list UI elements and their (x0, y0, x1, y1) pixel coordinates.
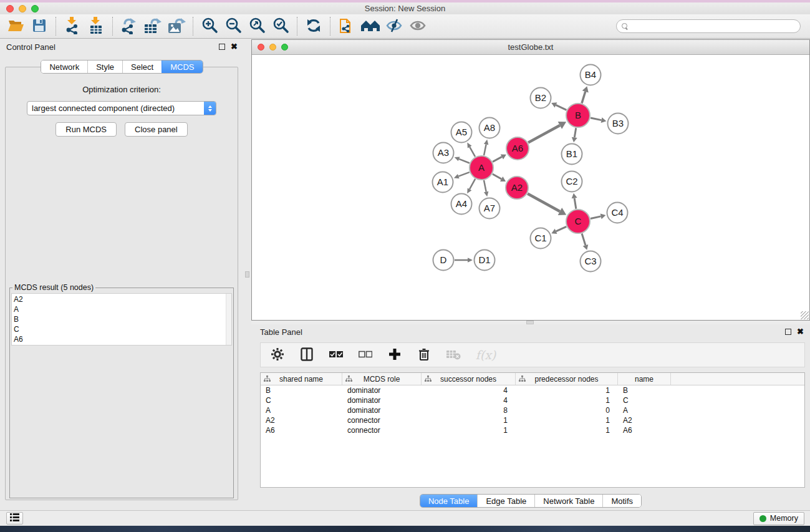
graph-node-A5[interactable]: A5 (451, 122, 472, 143)
table-cell[interactable]: 1 (516, 385, 618, 395)
export-table-button[interactable] (141, 16, 165, 36)
optimization-criterion-select[interactable]: largest connected component (directed) (27, 101, 216, 115)
graph-node-C[interactable]: C (566, 210, 590, 233)
graph-edge-A-A1[interactable] (454, 172, 470, 178)
table-cell[interactable]: 1 (516, 395, 618, 405)
table-cell[interactable]: 4 (422, 385, 516, 395)
graph-edge-D-D1[interactable] (455, 258, 473, 263)
table-cell[interactable]: A2 (261, 415, 342, 425)
graph-node-C3[interactable]: C3 (581, 251, 601, 272)
graph-node-A[interactable]: A (470, 156, 493, 180)
column-header-name[interactable]: name (618, 373, 671, 385)
graph-edge-A2-C[interactable] (528, 193, 566, 215)
graph-edge-C-C3[interactable] (582, 234, 588, 250)
close-panel-icon[interactable]: ✖ (231, 44, 238, 50)
memory-button[interactable]: Memory (753, 512, 804, 525)
table-cell[interactable]: B (261, 385, 342, 395)
table-cell[interactable]: dominator (342, 395, 422, 405)
graph-node-C2[interactable]: C2 (562, 172, 582, 192)
zoom-in-button[interactable] (198, 16, 221, 36)
graph-node-A1[interactable]: A1 (433, 172, 453, 193)
table-cell[interactable]: 1 (422, 425, 516, 435)
import-table-button[interactable] (84, 16, 108, 36)
graph-edge-A-A2[interactable] (493, 174, 506, 181)
graph-node-A2[interactable]: A2 (506, 177, 528, 199)
network-window-titlebar[interactable]: testGlobe.txt (252, 40, 809, 55)
table-row[interactable]: Cdominator41C (261, 395, 804, 405)
graph-edge-A-A5[interactable] (467, 143, 475, 157)
table-cell[interactable]: dominator (342, 405, 422, 415)
show-log-button[interactable] (6, 512, 23, 525)
column-header-shared-name[interactable]: shared name (261, 373, 342, 385)
delete-table-button[interactable] (445, 345, 461, 365)
graph-edge-A-A7[interactable] (484, 180, 488, 196)
table-cell[interactable]: A6 (618, 425, 671, 435)
graph-edge-A-A8[interactable] (484, 140, 488, 155)
tab-network[interactable]: Network (41, 60, 87, 73)
window-titlebar[interactable]: Session: New Session (0, 2, 810, 14)
table-cell[interactable]: C (618, 395, 671, 405)
table-row[interactable]: A6connector11A6 (261, 425, 804, 435)
close-panel-icon[interactable]: ✖ (797, 329, 804, 335)
tab-edge-table[interactable]: Edge Table (477, 495, 534, 507)
table-cell[interactable]: dominator (342, 385, 422, 395)
mcds-result-list[interactable]: A2ABCA6 (11, 293, 232, 346)
export-image-button[interactable] (165, 16, 188, 36)
create-column-button[interactable] (387, 345, 403, 365)
save-session-button[interactable] (27, 16, 51, 36)
mcds-result-item[interactable]: A6 (14, 334, 229, 344)
table-settings-button[interactable] (269, 345, 286, 365)
graph-edge-B-B3[interactable] (591, 117, 606, 123)
hide-graphics-details-button[interactable] (382, 16, 406, 36)
column-header-mcds-role[interactable]: MCDS role (342, 373, 422, 385)
graph-node-A3[interactable]: A3 (433, 143, 454, 163)
delete-column-button[interactable] (416, 345, 432, 365)
network-graph[interactable]: AA1A2A3A4A5A6A7A8BB1B2B3B4CC1C2C3C4DD1 (252, 55, 809, 320)
table-cell[interactable]: A6 (261, 425, 342, 435)
graph-node-A6[interactable]: A6 (506, 137, 529, 160)
apply-layout-button[interactable] (302, 16, 325, 36)
graph-node-D1[interactable]: D1 (475, 250, 495, 271)
mcds-result-item[interactable]: A (14, 304, 229, 314)
zoom-out-button[interactable] (221, 16, 245, 36)
column-view-button[interactable] (299, 345, 315, 365)
function-builder-button[interactable]: f(x) (475, 345, 497, 365)
table-cell[interactable]: connector (342, 415, 422, 425)
tab-mcds[interactable]: MCDS (162, 60, 202, 73)
graph-node-D[interactable]: D (433, 250, 454, 271)
mcds-result-item[interactable]: B (14, 314, 229, 324)
table-cell[interactable]: A2 (618, 415, 671, 425)
new-network-from-selection-button[interactable] (335, 16, 359, 36)
search-input[interactable] (632, 22, 795, 31)
graph-edge-B-B4[interactable] (582, 86, 589, 103)
graph-edge-C-C2[interactable] (572, 193, 577, 209)
graph-edge-A-A4[interactable] (467, 179, 475, 193)
graph-node-B2[interactable]: B2 (531, 88, 551, 109)
graph-node-A7[interactable]: A7 (480, 198, 500, 219)
graph-edge-A6-B[interactable] (528, 122, 566, 143)
graph-node-B[interactable]: B (566, 104, 590, 127)
table-row[interactable]: Bdominator41B (261, 385, 804, 395)
show-all-networks-button[interactable] (359, 16, 382, 36)
network-canvas[interactable]: AA1A2A3A4A5A6A7A8BB1B2B3B4CC1C2C3C4DD1 (252, 55, 809, 320)
float-panel-icon[interactable] (219, 44, 225, 50)
select-all-columns-button[interactable] (328, 345, 344, 365)
show-graphics-details-button[interactable] (406, 16, 430, 36)
open-session-button[interactable] (4, 16, 27, 36)
graph-node-C4[interactable]: C4 (607, 203, 628, 223)
tab-node-table[interactable]: Node Table (420, 495, 478, 507)
graph-edge-A-A3[interactable] (455, 157, 470, 163)
column-header-successor-nodes[interactable]: successor nodes (422, 373, 516, 385)
export-network-button[interactable] (117, 16, 141, 36)
graph-edge-C-C4[interactable] (591, 213, 605, 219)
table-cell[interactable]: 1 (516, 425, 618, 435)
graph-edge-C-C1[interactable] (551, 226, 566, 234)
graph-edge-A-A6[interactable] (493, 154, 506, 162)
table-row[interactable]: Adominator80A (261, 405, 804, 415)
table-cell[interactable]: connector (342, 425, 422, 435)
window-resize-grip[interactable] (801, 311, 809, 319)
table-cell[interactable]: A (618, 405, 671, 415)
table-cell[interactable]: 4 (422, 395, 516, 405)
table-cell[interactable]: 1 (422, 415, 516, 425)
graph-node-B3[interactable]: B3 (608, 114, 629, 134)
